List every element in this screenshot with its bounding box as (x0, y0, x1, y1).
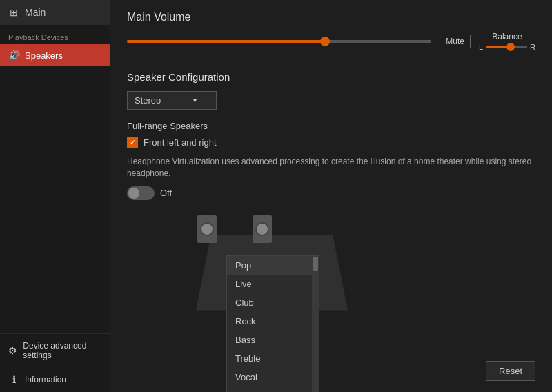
volume-slider[interactable] (127, 40, 431, 43)
toggle-row: Off (127, 186, 535, 200)
equalizer-dropdown-menu: Pop Live Club Rock Bass Treble Vocal Pow… (226, 255, 319, 392)
gear-icon: ⚙ (8, 345, 17, 356)
dropdown-item-treble[interactable]: Treble (227, 349, 319, 368)
checkmark-icon: ✓ (130, 138, 136, 147)
balance-left-label: L (479, 43, 483, 51)
dropdown-item-live[interactable]: Live (227, 275, 319, 293)
sidebar-speakers-label: Speakers (25, 50, 63, 61)
dropdown-item-rock[interactable]: Rock (227, 312, 319, 331)
sidebar-item-device-advanced[interactable]: ⚙ Device advanced settings (0, 334, 110, 367)
dropdown-item-pop[interactable]: Pop (227, 256, 319, 275)
balance-section: Balance L R (479, 32, 535, 51)
sidebar: ⊞ Main Playback Devices 🔊 Speakers ⚙ Dev… (0, 0, 110, 392)
information-label: Information (25, 375, 66, 384)
full-range-title: Full-range Speakers (127, 121, 535, 131)
divider-1 (127, 61, 535, 61)
speaker-config-dropdown-wrapper: Stereo ▾ (127, 91, 217, 110)
front-lr-label: Front left and right (144, 137, 217, 148)
sidebar-main-label: Main (25, 7, 46, 18)
toggle-thumb (128, 188, 139, 199)
speaker-config-dropdown-value: Stereo (135, 95, 161, 106)
speaker-config-dropdown[interactable]: Stereo ▾ (127, 91, 217, 110)
sidebar-section-label: Playback Devices (0, 25, 110, 44)
dropdown-item-club[interactable]: Club (227, 293, 319, 312)
front-lr-checkbox[interactable]: ✓ (127, 137, 138, 148)
sidebar-item-speakers[interactable]: 🔊 Speakers (0, 44, 110, 66)
sidebar-item-main[interactable]: ⊞ Main (0, 0, 110, 25)
virtualization-text: Headphone Virtualization uses advanced p… (127, 156, 535, 179)
dropdown-item-vocal[interactable]: Vocal (227, 368, 319, 386)
speaker-icon: 🔊 (8, 50, 19, 61)
speaker-left-icon (197, 215, 217, 243)
device-advanced-label: Device advanced settings (23, 341, 101, 360)
speaker-right-icon (253, 215, 272, 243)
sidebar-bottom: ⚙ Device advanced settings ℹ Information (0, 333, 110, 392)
dropdown-item-powerful[interactable]: Powerful (227, 386, 319, 392)
scrollbar-thumb (313, 257, 318, 271)
dropdown-scrollbar[interactable] (312, 256, 319, 392)
info-icon: ℹ (8, 374, 19, 385)
reset-button[interactable]: Reset (486, 361, 535, 381)
toggle-label: Off (160, 188, 172, 198)
main-volume-title: Main Volume (127, 11, 535, 23)
balance-slider[interactable] (486, 46, 527, 48)
dropdown-item-bass[interactable]: Bass (227, 331, 319, 349)
balance-right-label: R (530, 43, 535, 51)
virtualization-toggle[interactable] (127, 186, 155, 200)
front-lr-row: ✓ Front left and right (127, 137, 535, 148)
mute-button[interactable]: Mute (440, 35, 471, 48)
dropdown-arrow-icon: ▾ (193, 97, 197, 104)
main-content: Main Volume Mute Balance L R Speaker Con… (110, 0, 552, 392)
home-icon: ⊞ (8, 7, 19, 18)
speaker-config-title: Speaker Configuration (127, 71, 535, 83)
balance-row: L R (479, 43, 535, 51)
volume-row: Mute Balance L R (127, 32, 535, 51)
balance-label: Balance (492, 32, 522, 41)
sidebar-item-information[interactable]: ℹ Information (0, 367, 110, 392)
